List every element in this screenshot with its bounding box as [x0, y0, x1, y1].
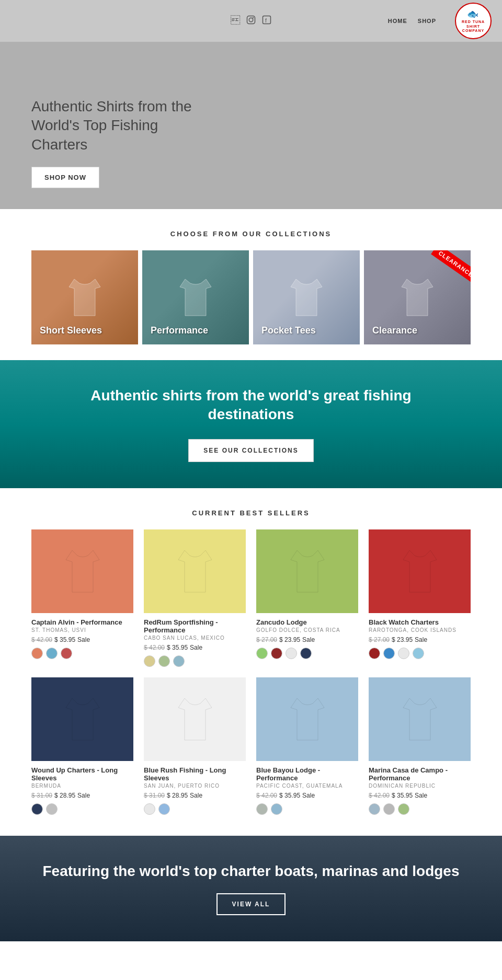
swatch-2-0[interactable]: [256, 648, 268, 659]
collection-label-3: Clearance: [372, 325, 417, 336]
product-card-5[interactable]: Blue Rush Fishing - Long SleevesSAN JUAN…: [144, 677, 246, 815]
logo-text: RED TUNA: [462, 20, 485, 24]
product-image-5: [144, 677, 246, 761]
svg-point-2: [253, 17, 254, 18]
hero-section: Authentic Shirts from the World's Top Fi…: [0, 42, 502, 209]
product-location-4: BERMUDA: [31, 783, 133, 789]
collections-section: CHOOSE FROM OUR COLLECTIONS Short Sleeve…: [0, 209, 502, 360]
swatch-2-3[interactable]: [300, 648, 312, 659]
product-price-3: $ 27.00$ 23.95Sale: [369, 636, 471, 643]
product-image-6: [256, 677, 358, 761]
svg-point-1: [249, 18, 253, 22]
svg-text:f: f: [265, 17, 267, 23]
product-price-0: $ 42.00$ 35.95Sale: [31, 636, 133, 643]
product-card-3[interactable]: Black Watch ChartersRAROTONGA, COOK ISLA…: [369, 529, 471, 667]
product-location-2: GOLFO DOLCE, COSTA RICA: [256, 627, 358, 633]
product-name-4: Wound Up Charters - Long Sleeves: [31, 766, 133, 782]
swatch-1-0[interactable]: [144, 655, 155, 667]
product-card-1[interactable]: RedRum Sportfishing - PerformanceCABO SA…: [144, 529, 246, 667]
svg-rect-0: [247, 16, 255, 24]
swatch-4-0[interactable]: [31, 803, 43, 815]
product-card-4[interactable]: Wound Up Charters - Long SleevesBERMUDA$…: [31, 677, 133, 815]
collections-grid: Short SleevesPerformancePocket TeesClear…: [31, 250, 471, 344]
swatch-3-1[interactable]: [383, 648, 395, 659]
social-links:  f: [231, 15, 271, 27]
product-image-0: [31, 529, 133, 613]
swatch-2-2[interactable]: [286, 648, 297, 659]
products-grid: Captain Alvin - PerformanceST. THOMAS, U…: [31, 529, 471, 815]
swatch-6-1[interactable]: [271, 803, 282, 815]
logo-subtext: SHIRT: [462, 25, 485, 29]
swatch-3-0[interactable]: [369, 648, 380, 659]
main-nav: HOME SHOP 🐟 RED TUNA SHIRT COMPANY: [388, 3, 492, 39]
collection-item-short-sleeves[interactable]: Short Sleeves: [31, 250, 138, 344]
collection-item-clearance[interactable]: ClearanceCLEARANCE: [364, 250, 471, 344]
collection-item-pocket-tees[interactable]: Pocket Tees: [253, 250, 360, 344]
nav-home[interactable]: HOME: [388, 18, 407, 24]
product-image-7: [369, 677, 471, 761]
swatch-1-1[interactable]: [158, 655, 170, 667]
fishing-banner: Authentic shirts from the world's great …: [0, 360, 502, 488]
hero-title: Authentic Shirts from the World's Top Fi…: [31, 97, 209, 154]
product-price-1: $ 42.00$ 35.95Sale: [144, 644, 246, 651]
collection-item-performance[interactable]: Performance: [142, 250, 249, 344]
product-price-6: $ 42.00$ 35.95Sale: [256, 792, 358, 799]
swatch-7-2[interactable]: [398, 803, 409, 815]
bestsellers-title: CURRENT BEST SELLERS: [31, 509, 471, 517]
swatch-3-3[interactable]: [413, 648, 424, 659]
swatch-3-2[interactable]: [398, 648, 409, 659]
product-card-7[interactable]: Marina Casa de Campo - PerformanceDOMINI…: [369, 677, 471, 815]
facebook-icon[interactable]: : [231, 15, 240, 27]
swatch-7-1[interactable]: [383, 803, 395, 815]
collections-title: CHOOSE FROM OUR COLLECTIONS: [31, 230, 471, 238]
bottom-banner: Featuring the world's top charter boats,…: [0, 836, 502, 941]
color-swatches-6: [256, 803, 358, 815]
swatch-5-0[interactable]: [144, 803, 155, 815]
swatch-5-1[interactable]: [158, 803, 170, 815]
swatch-2-1[interactable]: [271, 648, 282, 659]
color-swatches-4: [31, 803, 133, 815]
swatch-4-1[interactable]: [46, 803, 58, 815]
product-image-1: [144, 529, 246, 613]
instagram-icon[interactable]: [246, 15, 256, 27]
color-swatches-2: [256, 648, 358, 659]
product-image-3: [369, 529, 471, 613]
product-location-7: DOMINICAN REPUBLIC: [369, 783, 471, 789]
swatch-0-0[interactable]: [31, 648, 43, 659]
bestsellers-section: CURRENT BEST SELLERS Captain Alvin - Per…: [0, 488, 502, 836]
product-name-7: Marina Casa de Campo - Performance: [369, 766, 471, 782]
product-image-4: [31, 677, 133, 761]
color-swatches-3: [369, 648, 471, 659]
product-name-0: Captain Alvin - Performance: [31, 618, 133, 626]
logo[interactable]: 🐟 RED TUNA SHIRT COMPANY: [455, 3, 492, 39]
swatch-0-2[interactable]: [61, 648, 72, 659]
product-card-0[interactable]: Captain Alvin - PerformanceST. THOMAS, U…: [31, 529, 133, 667]
swatch-7-0[interactable]: [369, 803, 380, 815]
product-card-6[interactable]: Blue Bayou Lodge - PerformancePACIFIC CO…: [256, 677, 358, 815]
product-name-5: Blue Rush Fishing - Long Sleeves: [144, 766, 246, 782]
product-price-7: $ 42.00$ 35.95Sale: [369, 792, 471, 799]
shop-now-button[interactable]: SHOP NOW: [31, 167, 99, 188]
logo-fish-icon: 🐟: [462, 9, 485, 20]
color-swatches-1: [144, 655, 246, 667]
swatch-1-2[interactable]: [173, 655, 185, 667]
product-card-2[interactable]: Zancudo LodgeGOLFO DOLCE, COSTA RICA$ 27…: [256, 529, 358, 667]
product-name-3: Black Watch Charters: [369, 618, 471, 626]
product-location-3: RAROTONGA, COOK ISLANDS: [369, 627, 471, 633]
product-name-2: Zancudo Lodge: [256, 618, 358, 626]
product-name-6: Blue Bayou Lodge - Performance: [256, 766, 358, 782]
see-collections-button[interactable]: SEE OUR COLLECTIONS: [188, 439, 313, 462]
logo-subtext2: COMPANY: [462, 29, 485, 33]
color-swatches-7: [369, 803, 471, 815]
swatch-6-0[interactable]: [256, 803, 268, 815]
collection-label-1: Performance: [151, 325, 208, 336]
banner-title: Authentic shirts from the world's great …: [68, 386, 434, 424]
facebook-icon-2[interactable]: f: [262, 15, 271, 27]
view-all-button[interactable]: VIEW ALL: [216, 893, 286, 915]
product-price-2: $ 27.00$ 23.95Sale: [256, 636, 358, 643]
product-location-0: ST. THOMAS, USVI: [31, 627, 133, 633]
nav-shop[interactable]: SHOP: [418, 18, 436, 24]
product-price-5: $ 31.00$ 28.95Sale: [144, 792, 246, 799]
color-swatches-5: [144, 803, 246, 815]
swatch-0-1[interactable]: [46, 648, 58, 659]
